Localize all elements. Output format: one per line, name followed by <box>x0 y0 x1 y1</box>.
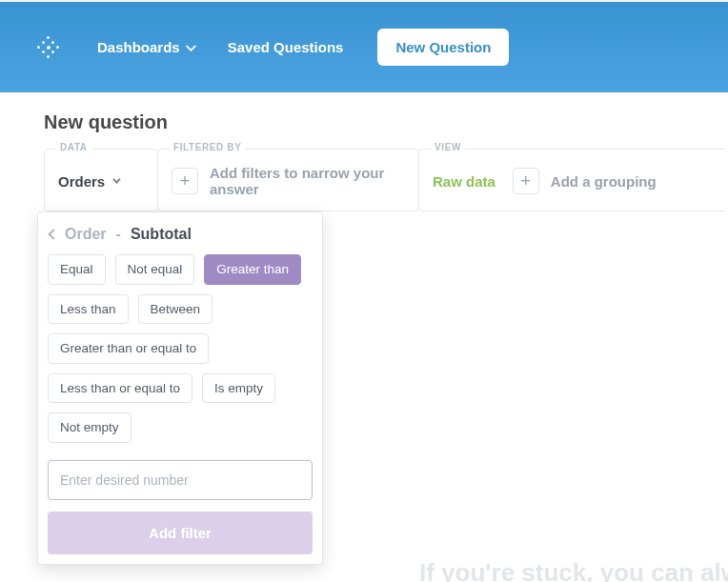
operator-not-empty[interactable]: Not empty <box>48 412 131 443</box>
nav-dashboards[interactable]: Dashboards <box>97 39 193 55</box>
plus-icon: + <box>521 171 532 191</box>
new-question-button[interactable]: New Question <box>377 29 509 66</box>
operator-lte[interactable]: Less than or equal to <box>48 373 192 404</box>
content-area: New question DATA Orders FILTERED BY + A… <box>0 92 728 211</box>
breadcrumb-separator: - <box>116 226 121 243</box>
app-logo[interactable] <box>34 33 63 62</box>
filter-hint-text: Add filters to narrow your answer <box>210 165 405 197</box>
operator-greater-than[interactable]: Greater than <box>204 254 301 285</box>
operator-not-equal[interactable]: Not equal <box>115 254 195 285</box>
nav-dashboards-label: Dashboards <box>97 39 180 55</box>
operator-between[interactable]: Between <box>138 294 213 325</box>
table-picker[interactable]: Orders <box>58 173 118 190</box>
operator-less-than[interactable]: Less than <box>48 294 129 325</box>
view-section-label: VIEW <box>431 142 465 152</box>
view-section: VIEW Raw data + Add a grouping <box>418 149 726 211</box>
plus-icon: + <box>180 171 191 191</box>
topbar: Dashboards Saved Questions New Question <box>0 2 728 92</box>
table-picker-label: Orders <box>58 173 105 190</box>
chevron-left-icon[interactable] <box>48 229 58 239</box>
chevron-down-icon <box>185 40 195 50</box>
operator-list: Equal Not equal Greater than Less than B… <box>48 254 313 449</box>
operator-is-empty[interactable]: Is empty <box>202 373 275 404</box>
data-section-label: DATA <box>56 142 91 152</box>
filtered-by-section-label: FILTERED BY <box>170 142 245 152</box>
page-title: New question <box>44 111 728 133</box>
filter-popover: Order - Subtotal Equal Not equal Greater… <box>37 211 323 565</box>
data-section: DATA Orders <box>44 149 158 211</box>
chevron-down-icon <box>112 175 120 183</box>
filter-value-input[interactable] <box>48 460 313 500</box>
helper-footer-text: If you're stuck, you can alw <box>419 558 728 582</box>
operator-equal[interactable]: Equal <box>48 254 106 285</box>
breadcrumb-parent[interactable]: Order <box>65 226 107 243</box>
grouping-hint-text: Add a grouping <box>551 173 657 190</box>
query-builder-row: DATA Orders FILTERED BY + Add filters to… <box>44 149 728 211</box>
add-grouping-icon-button[interactable]: + <box>513 168 539 194</box>
popover-breadcrumb: Order - Subtotal <box>48 226 313 254</box>
add-filter-button[interactable]: Add filter <box>48 512 313 554</box>
nav-saved-questions[interactable]: Saved Questions <box>228 39 344 55</box>
add-filter-icon-button[interactable]: + <box>172 168 198 194</box>
filtered-by-section: FILTERED BY + Add filters to narrow your… <box>157 149 419 211</box>
view-raw-data[interactable]: Raw data <box>433 173 495 190</box>
operator-gte[interactable]: Greater than or equal to <box>48 333 209 364</box>
breadcrumb-current: Subtotal <box>131 226 192 243</box>
